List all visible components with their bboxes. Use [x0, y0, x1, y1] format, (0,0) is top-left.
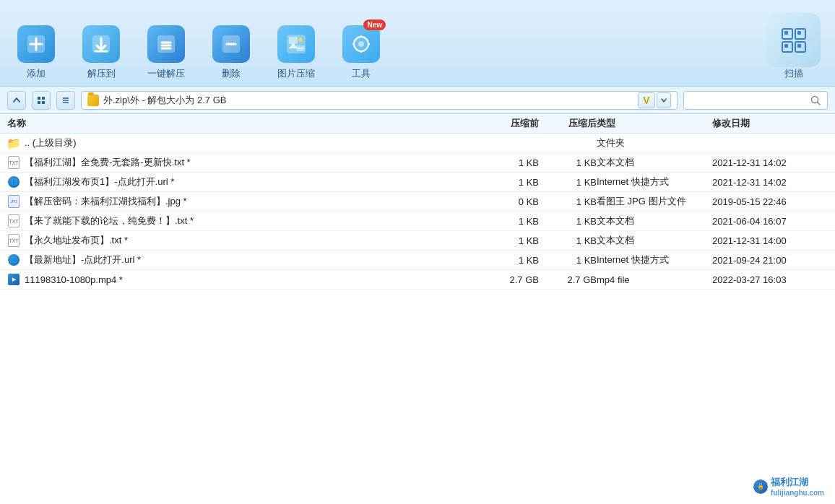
content-area: 名称 压缩前 压缩后 类型 修改日期 📁 .. (上级目录) 文件夹 TXT 【… [0, 114, 835, 504]
compressed-before: 1 KB [481, 177, 539, 188]
v-button[interactable]: V [638, 92, 655, 108]
file-name-cell: 🌐 【最新地址】-点此打开.url * [7, 253, 481, 266]
table-row[interactable]: 📁 .. (上级目录) 文件夹 [0, 134, 835, 153]
mp4-icon: ▶ [7, 273, 20, 286]
compressed-before: 1 KB [481, 216, 539, 227]
tools-button[interactable]: New 工具 [339, 25, 383, 80]
file-name-cell: 📁 .. (上级目录) [7, 136, 481, 149]
file-name-cell: TXT 【来了就能下载的论坛，纯免费！】.txt * [7, 214, 481, 227]
file-name-cell: 🌐 【福利江湖发布页1】-点此打开.url * [7, 175, 481, 188]
delete-icon [212, 25, 250, 63]
compressed-before: 0 KB [481, 196, 539, 207]
new-badge: New [363, 19, 386, 30]
onekey-label: 一键解压 [147, 67, 185, 80]
folder-icon: 📁 [7, 136, 20, 149]
tools-label: 工具 [352, 67, 371, 80]
folder-icon [87, 95, 99, 106]
compressed-before: 1 KB [481, 255, 539, 266]
file-name-cell: JPG 【解压密码：来福利江湖找福利】.jpg * [7, 195, 481, 208]
url-icon: 🌐 [7, 253, 20, 266]
compressed-after: 1 KB [539, 177, 597, 188]
compressed-before: 2.7 GB [481, 274, 539, 285]
address-arrow: V [638, 92, 671, 108]
file-list: 📁 .. (上级目录) 文件夹 TXT 【福利江湖】全免费-无套路-更新快.tx… [0, 134, 835, 290]
onekey-button[interactable]: 一键解压 [144, 25, 188, 80]
compressed-before: 1 KB [481, 235, 539, 246]
compressed-after: 1 KB [539, 255, 597, 266]
col-date: 修改日期 [712, 117, 828, 130]
file-name: 【来了就能下载的论坛，纯免费！】.txt * [25, 214, 194, 227]
txt-icon: TXT [7, 214, 20, 227]
file-type: 文本文档 [597, 234, 712, 247]
file-date: 2021-09-24 21:00 [712, 255, 828, 266]
table-row[interactable]: ▶ 11198310-1080p.mp4 * 2.7 GB 2.7 GB mp4… [0, 270, 835, 290]
extract-label: 解压到 [87, 67, 116, 80]
file-date: 2021-12-31 14:02 [712, 177, 828, 188]
dropdown-button[interactable] [657, 92, 671, 108]
compressed-after: 1 KB [539, 196, 597, 207]
address-input[interactable]: 外.zip\外 - 解包大小为 2.7 GB V [81, 91, 678, 110]
file-date: 2021-12-31 14:02 [712, 157, 828, 168]
file-type: 文件夹 [597, 136, 712, 149]
file-type: mp4 file [597, 274, 712, 285]
compressed-after: 1 KB [539, 235, 597, 246]
search-input[interactable] [683, 91, 828, 110]
file-date: 2021-06-04 16:07 [712, 216, 828, 227]
file-name: 【最新地址】-点此打开.url * [25, 253, 141, 266]
nav-list-button[interactable] [56, 91, 75, 110]
svg-rect-35 [38, 97, 40, 100]
table-row[interactable]: TXT 【福利江湖】全免费-无套路-更新快.txt * 1 KB 1 KB 文本… [0, 153, 835, 173]
onekey-icon [147, 25, 185, 63]
table-row[interactable]: 🌐 【福利江湖发布页1】-点此打开.url * 1 KB 1 KB Intern… [0, 173, 835, 192]
imgcompress-button[interactable]: 图片压缩 [274, 25, 318, 80]
url-icon: 🌐 [7, 175, 20, 188]
col-after: 压缩后 [539, 117, 597, 130]
file-date: 2022-03-27 16:03 [712, 274, 828, 285]
svg-rect-38 [42, 101, 45, 104]
col-name: 名称 [7, 117, 481, 130]
list-header: 名称 压缩前 压缩后 类型 修改日期 [0, 114, 835, 134]
jpg-icon: JPG [7, 195, 20, 208]
compressed-after: 2.7 GB [539, 274, 597, 285]
tools-icon: New [342, 25, 380, 63]
add-label: 添加 [27, 67, 46, 80]
svg-rect-5 [157, 35, 175, 53]
file-name-cell: ▶ 11198310-1080p.mp4 * [7, 273, 481, 286]
delete-label: 删除 [222, 67, 241, 80]
address-text: 外.zip\外 - 解包大小为 2.7 GB [103, 94, 633, 107]
nav-view-button[interactable] [32, 91, 51, 110]
svg-line-43 [818, 102, 821, 105]
svg-line-25 [364, 37, 365, 38]
file-type: Internet 快捷方式 [597, 175, 712, 188]
add-button[interactable]: 添加 [14, 25, 58, 80]
table-row[interactable]: 🌐 【最新地址】-点此打开.url * 1 KB 1 KB Internet 快… [0, 251, 835, 270]
txt-icon: TXT [7, 234, 20, 247]
scan-button[interactable]: 扫描 [766, 13, 821, 80]
watermark-logo: 🔒 [753, 479, 768, 494]
toolbar: 添加 解压到 一键解压 [0, 0, 835, 87]
svg-rect-34 [797, 44, 801, 48]
delete-button[interactable]: 删除 [209, 25, 253, 80]
file-type: 文本文档 [597, 214, 712, 227]
nav-up-button[interactable] [7, 91, 26, 110]
extract-button[interactable]: 解压到 [79, 25, 123, 80]
extract-icon [82, 25, 120, 63]
svg-line-26 [367, 40, 368, 41]
col-before: 压缩前 [481, 117, 539, 130]
file-type: Internet 快捷方式 [597, 253, 712, 266]
file-type: 文本文档 [597, 156, 712, 169]
file-name: 11198310-1080p.mp4 * [25, 274, 123, 285]
watermark-text: 福利江湖 fulijianghu.com [771, 476, 824, 497]
add-icon [17, 25, 55, 63]
file-name: .. (上级目录) [25, 136, 77, 149]
svg-rect-37 [38, 101, 40, 104]
file-name: 【永久地址发布页】.txt * [25, 234, 128, 247]
svg-line-24 [354, 40, 355, 41]
file-name: 【解压密码：来福利江湖找福利】.jpg * [25, 195, 187, 208]
svg-rect-32 [784, 44, 788, 48]
table-row[interactable]: TXT 【来了就能下载的论坛，纯免费！】.txt * 1 KB 1 KB 文本文… [0, 212, 835, 231]
scan-label: 扫描 [784, 67, 803, 80]
file-date: 2019-05-15 22:46 [712, 196, 828, 207]
table-row[interactable]: TXT 【永久地址发布页】.txt * 1 KB 1 KB 文本文档 2021-… [0, 231, 835, 251]
table-row[interactable]: JPG 【解压密码：来福利江湖找福利】.jpg * 0 KB 1 KB 看图王 … [0, 192, 835, 212]
